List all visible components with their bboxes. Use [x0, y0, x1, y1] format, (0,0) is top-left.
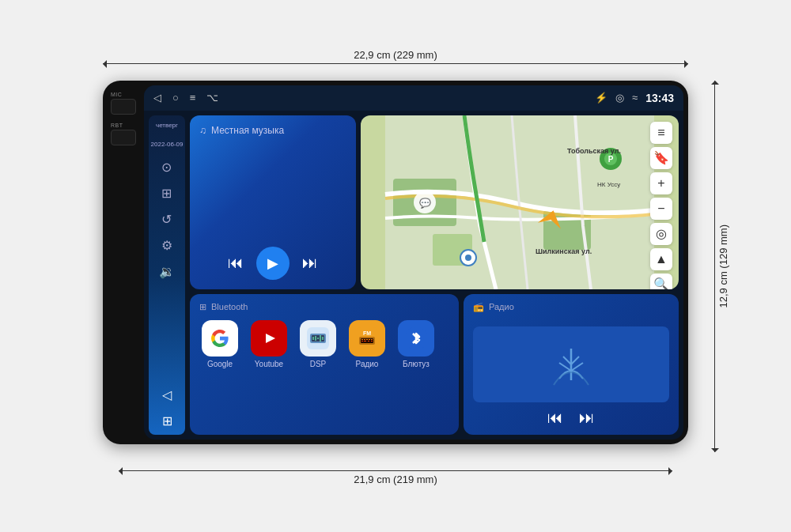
map-compass-icon[interactable]: ◎	[650, 223, 672, 245]
bluetooth-app-label: Блютуз	[403, 360, 430, 368]
youtube-app-label: Youtube	[255, 360, 283, 368]
top-dimension-label: 22,9 cm (229 mm)	[354, 49, 437, 61]
date-label: 2022-06-09	[151, 141, 184, 149]
radio-header-icon: 📻	[473, 302, 484, 312]
top-dimension-arrow: 22,9 cm (229 mm)	[103, 49, 688, 64]
map-zoom-in-button[interactable]: +	[650, 172, 672, 194]
google-icon	[202, 320, 238, 357]
mic-button[interactable]	[111, 99, 136, 115]
svg-text:Шилкинская ул.: Шилкинская ул.	[536, 247, 592, 255]
map-bookmark-icon[interactable]: 🔖	[650, 147, 672, 169]
wifi-status-icon: ≈	[632, 92, 638, 104]
svg-rect-37	[371, 341, 373, 341]
equalizer-icon[interactable]: ⊞	[161, 186, 172, 201]
back-nav-icon[interactable]: ◁	[153, 92, 161, 104]
bottom-arrow-line	[119, 470, 672, 471]
svg-line-40	[563, 357, 571, 364]
svg-text:FM: FM	[363, 330, 371, 336]
music-next-button[interactable]: ⏭	[302, 254, 318, 272]
music-widget: ♫ Местная музыка ⏮ ▶ ⏭	[190, 115, 356, 289]
bluetooth-widget-header: ⊞ Bluetooth	[199, 302, 449, 312]
status-bar: ◁ ○ ≡ ⌥ ⚡ ◎ ≈ 13:43	[144, 85, 683, 111]
radio-header-label: Радио	[489, 302, 514, 311]
map-controls: ≡ 🔖 + − ◎ ▲ 🔍	[650, 122, 672, 289]
music-prev-button[interactable]: ⏮	[228, 254, 244, 272]
dsp-app-label: DSP	[310, 360, 327, 368]
undo-icon[interactable]: ↺	[161, 212, 172, 227]
apps-grid: Google Youtube	[199, 320, 449, 368]
nav-bottom-group: ◁ ⊞	[162, 387, 172, 432]
right-arrow-line	[714, 81, 715, 452]
youtube-icon	[251, 320, 287, 357]
bottom-widgets-row: ⊞ Bluetooth	[190, 294, 679, 435]
navigation-icon[interactable]: ◁	[162, 387, 172, 402]
app-google[interactable]: Google	[199, 320, 240, 368]
device-unit: MIC RBT ◁ ○ ≡ ⌥ ⚡ ◎ ≈	[103, 81, 688, 444]
music-title: ♫ Местная музыка	[199, 125, 346, 136]
svg-line-41	[571, 357, 579, 364]
radio-next-button[interactable]: ⏭	[579, 409, 595, 427]
radio-icon: FM	[349, 320, 385, 357]
map-search-button[interactable]: 🔍	[650, 274, 672, 289]
svg-rect-32	[369, 339, 370, 340]
top-arrow-line	[103, 63, 688, 64]
map-menu-icon[interactable]: ≡	[650, 122, 672, 144]
rbt-label: RBT	[111, 123, 136, 128]
map-zoom-out-button[interactable]: −	[650, 198, 672, 220]
location-status-icon: ◎	[615, 92, 624, 104]
day-label: четверг	[156, 122, 178, 130]
music-controls: ⏮ ▶ ⏭	[199, 247, 346, 280]
top-widgets-row: ♫ Местная музыка ⏮ ▶ ⏭	[190, 115, 679, 289]
radio-widget-header: 📻 Радио	[473, 302, 669, 312]
clock-display: 13:43	[645, 92, 674, 104]
settings-ring-icon[interactable]: ⊙	[161, 160, 172, 175]
app-youtube[interactable]: Youtube	[248, 320, 290, 368]
mic-label: MIC	[111, 92, 136, 97]
music-play-button[interactable]: ▶	[256, 247, 290, 280]
nav-top-group: четверг 2022-06-09 ⊙ ⊞ ↺ ⚙ 🔉	[151, 119, 184, 280]
svg-rect-33	[371, 339, 373, 340]
home-icon[interactable]: ○	[172, 92, 179, 104]
music-album-art	[199, 142, 346, 247]
status-bar-left: ◁ ○ ≡ ⌥	[153, 92, 595, 104]
widgets-area: ♫ Местная музыка ⏮ ▶ ⏭	[190, 115, 679, 435]
left-navigation: четверг 2022-06-09 ⊙ ⊞ ↺ ⚙ 🔉 ◁ ⊞	[149, 115, 185, 435]
radio-app-label: Радио	[356, 360, 379, 368]
radio-display	[473, 326, 669, 402]
google-app-label: Google	[207, 360, 233, 368]
music-note-icon: ♫	[199, 125, 206, 136]
grid-icon: ⊞	[199, 302, 206, 312]
menu-icon[interactable]: ≡	[190, 92, 196, 104]
music-title-text: Местная музыка	[211, 125, 284, 136]
status-bar-right: ⚡ ◎ ≈ 13:43	[595, 92, 674, 104]
svg-rect-34	[361, 341, 363, 341]
bluetooth-widget: ⊞ Bluetooth	[190, 294, 459, 435]
dsp-icon	[300, 320, 336, 357]
right-dimension-label: 12,9 cm (129 mm)	[717, 224, 729, 308]
usb-icon: ⌥	[206, 92, 218, 104]
svg-text:НК Уссу: НК Уссу	[597, 181, 620, 188]
bottom-dimension-label: 21,9 cm (219 mm)	[354, 474, 437, 485]
volume-icon[interactable]: 🔉	[159, 264, 175, 279]
app-bluetooth[interactable]: Блютуз	[396, 320, 437, 368]
radio-controls: ⏮ ⏭	[473, 409, 669, 427]
map-widget[interactable]: P Тобольская ул. НК Уссу Шилкинская ул. …	[361, 115, 679, 289]
diagram-wrapper: 22,9 cm (229 mm) 12,9 cm (129 mm) MIC RB…	[55, 41, 736, 492]
svg-text:💬: 💬	[419, 197, 431, 209]
bluetooth-header-label: Bluetooth	[211, 302, 248, 311]
app-dsp[interactable]: DSP	[297, 320, 339, 368]
apps-grid-icon[interactable]: ⊞	[162, 413, 172, 428]
radio-prev-button[interactable]: ⏮	[547, 409, 563, 427]
gear-icon[interactable]: ⚙	[161, 238, 172, 253]
content-area: четверг 2022-06-09 ⊙ ⊞ ↺ ⚙ 🔉 ◁ ⊞	[144, 111, 683, 440]
svg-line-42	[559, 363, 571, 371]
svg-point-6	[465, 255, 471, 261]
svg-rect-36	[368, 341, 369, 341]
map-north-icon[interactable]: ▲	[650, 248, 672, 270]
svg-text:P: P	[608, 155, 614, 164]
bluetooth-status-icon: ⚡	[595, 92, 607, 104]
svg-text:Тобольская ул.: Тобольская ул.	[567, 147, 621, 155]
rbt-button[interactable]	[111, 130, 136, 145]
app-radio[interactable]: FM	[346, 320, 388, 368]
side-buttons-panel: MIC RBT	[103, 81, 144, 444]
